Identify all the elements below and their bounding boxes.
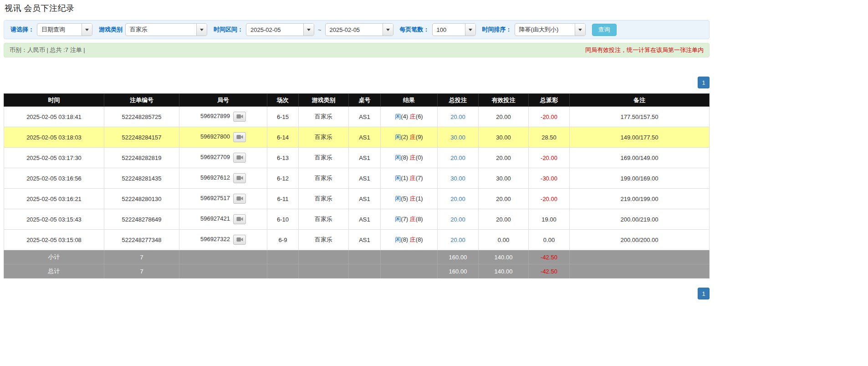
video-replay-button[interactable] [233,153,246,163]
combo-dropdown-button[interactable] [82,24,92,36]
cell-table-no: AS1 [349,209,381,230]
cell-session: 6-9 [267,230,299,250]
total-bet-link[interactable]: 20.00 [450,237,465,243]
cell-total-bet: 30.00 [438,168,479,189]
cell-session: 6-14 [267,127,299,148]
date-to-combo[interactable]: 2025-02-05 [325,23,393,36]
query-mode-combo[interactable]: 日期查询 [37,23,92,36]
total-bet-link[interactable]: 20.00 [450,155,465,161]
date-from-combo[interactable]: 2025-02-05 [246,23,314,36]
video-replay-button[interactable] [233,112,246,122]
cell-time: 2025-02-05 03:16:21 [4,189,104,209]
column-header: 时间 [4,94,104,107]
cell-bet-id: 522248278649 [104,209,179,230]
pagination-page-1[interactable]: 1 [698,77,710,88]
player-result-score: (8) [401,236,408,243]
round-id-text: 596927421 [200,215,230,222]
camera-icon [236,113,243,120]
cell-remark: 200.00/219.00 [570,209,710,230]
chevron-down-icon [578,29,582,31]
column-header: 结果 [381,94,438,107]
total-bet-link[interactable]: 30.00 [450,175,465,182]
cell-valid-bet: 30.00 [479,127,529,148]
total-bet-link[interactable]: 20.00 [450,196,465,202]
summary-notice: 同局有效投注，统一计算在该局第一张注单内 [585,46,704,54]
player-result-score: (1) [401,175,408,181]
pagination-top: 1 [4,77,710,88]
video-replay-button[interactable] [233,173,246,183]
summary-row: 总计7160.00140.00-42.50 [4,264,710,278]
summary-currency-count: 币别：人民币 | 总共 :7 注单 | [10,46,85,54]
summary-row-label: 小计 [4,250,104,264]
summary-row-empty-cell [299,264,349,278]
cell-result: 闲(1) 庄(7) [381,168,438,189]
cell-game-type: 百家乐 [299,127,349,148]
cell-round-id: 596927322 [179,230,267,250]
game-type-value: 百家乐 [126,24,196,36]
column-header: 桌号 [349,94,381,107]
round-id-text: 596927322 [200,236,230,242]
cell-result: 闲(5) 庄(1) [381,189,438,209]
cell-session: 6-10 [267,209,299,230]
page-title: 视讯 会员下注纪录 [5,3,710,14]
video-replay-button[interactable] [233,194,246,204]
cell-total-bet: 20.00 [438,230,479,250]
column-header: 总投注 [438,94,479,107]
player-result-score: (8) [401,154,408,161]
summary-row-valid-bet: 140.00 [479,264,529,278]
summary-row-empty-cell [349,264,381,278]
cell-session: 6-12 [267,168,299,189]
combo-dropdown-button[interactable] [196,24,207,36]
video-replay-button[interactable] [233,214,246,224]
player-result-score: (2) [401,134,408,140]
combo-dropdown-button[interactable] [383,24,393,36]
video-replay-button[interactable] [233,235,246,245]
table-row: 2025-02-05 03:18:41522248285725596927899… [4,107,710,127]
combo-dropdown-button[interactable] [465,24,475,36]
column-header: 总派彩 [529,94,570,107]
camera-icon [236,134,243,141]
video-replay-button[interactable] [233,132,246,142]
cell-table-no: AS1 [349,168,381,189]
column-header: 有效投注 [479,94,529,107]
chevron-down-icon [85,29,89,31]
cell-payout: -20.00 [529,107,570,127]
cell-result: 闲(7) 庄(8) [381,209,438,230]
cell-table-no: AS1 [349,189,381,209]
cell-remark: 177.50/157.50 [570,107,710,127]
total-bet-link[interactable]: 20.00 [450,113,465,120]
cell-bet-id: 522248277348 [104,230,179,250]
banker-result-label: 庄 [410,216,416,222]
player-result-score: (7) [401,216,408,222]
pagination-page-1[interactable]: 1 [698,288,710,299]
game-type-combo[interactable]: 百家乐 [125,23,207,36]
table-row: 2025-02-05 03:16:21522248280130596927517… [4,189,710,209]
camera-icon [236,196,243,202]
total-bet-link[interactable]: 30.00 [450,134,465,141]
player-result-label: 闲 [395,154,401,161]
round-id-text: 596927899 [200,113,230,119]
summary-row-valid-bet: 140.00 [479,250,529,264]
cell-bet-id: 522248281435 [104,168,179,189]
cell-time: 2025-02-05 03:16:56 [4,168,104,189]
round-id-text: 596927517 [200,195,230,201]
combo-dropdown-button[interactable] [303,24,314,36]
cell-round-id: 596927421 [179,209,267,230]
cell-round-id: 596927800 [179,127,267,148]
banker-result-label: 庄 [410,134,416,140]
banker-result-score: (8) [416,236,423,243]
query-button[interactable]: 查询 [592,24,617,36]
sort-order-combo[interactable]: 降幂(由大到小) [515,23,586,36]
page-size-combo[interactable]: 100 [432,23,476,36]
combo-dropdown-button[interactable] [575,24,585,36]
table-header-row: 时间注单编号局号场次游戏类别桌号结果总投注有效投注总派彩备注 [4,94,710,107]
total-bet-link[interactable]: 20.00 [450,216,465,223]
cell-table-no: AS1 [349,107,381,127]
cell-time: 2025-02-05 03:17:30 [4,148,104,168]
summary-row-empty-cell [570,264,710,278]
table-row: 2025-02-05 03:15:08522248277348596927322… [4,230,710,250]
page-size-value: 100 [433,24,465,36]
cell-session: 6-15 [267,107,299,127]
cell-game-type: 百家乐 [299,148,349,168]
cell-bet-id: 522248282819 [104,148,179,168]
